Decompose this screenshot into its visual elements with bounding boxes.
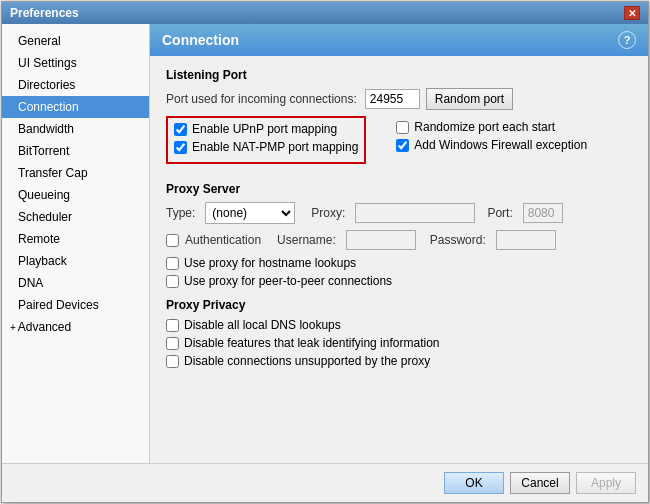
- upnp-label: Enable UPnP port mapping: [192, 122, 337, 136]
- dns-row: Disable all local DNS lookups: [166, 318, 632, 332]
- upnp-row: Enable UPnP port mapping: [174, 122, 358, 136]
- random-port-button[interactable]: Random port: [426, 88, 513, 110]
- proxy-privacy-title: Proxy Privacy: [166, 298, 632, 312]
- nat-row: Enable NAT-PMP port mapping: [174, 140, 358, 154]
- sidebar-item-advanced[interactable]: +Advanced: [2, 316, 149, 339]
- dialog-footer: OK Cancel Apply: [2, 463, 648, 502]
- proxy-host-label: Proxy:: [311, 206, 345, 220]
- dialog-content: GeneralUI SettingsDirectoriesConnectionB…: [2, 24, 648, 463]
- firewall-label: Add Windows Firewall exception: [414, 138, 587, 152]
- preferences-dialog: Preferences ✕ GeneralUI SettingsDirector…: [1, 1, 649, 503]
- proxy-privacy-section: Proxy Privacy Disable all local DNS look…: [166, 298, 632, 368]
- sidebar-item-remote[interactable]: Remote: [2, 228, 149, 250]
- sidebar-item-general[interactable]: General: [2, 30, 149, 52]
- username-input[interactable]: [346, 230, 416, 250]
- leak-row: Disable features that leak identifying i…: [166, 336, 632, 350]
- sidebar-item-directories[interactable]: Directories: [2, 74, 149, 96]
- dns-label: Disable all local DNS lookups: [184, 318, 341, 332]
- sidebar-item-paired-devices[interactable]: Paired Devices: [2, 294, 149, 316]
- auth-checkbox[interactable]: [166, 234, 179, 247]
- main-panel: Connection ? Listening Port Port used fo…: [150, 24, 648, 463]
- port-mapping-highlighted: Enable UPnP port mapping Enable NAT-PMP …: [166, 116, 366, 164]
- proxy-server-section: Proxy Server Type: (none) HTTP SOCKS4 SO…: [166, 182, 632, 288]
- proxy-port-input[interactable]: [523, 203, 563, 223]
- unsupported-label: Disable connections unsupported by the p…: [184, 354, 430, 368]
- cancel-button[interactable]: Cancel: [510, 472, 570, 494]
- proxy-host-input[interactable]: [355, 203, 475, 223]
- hostname-row: Use proxy for hostname lookups: [166, 256, 632, 270]
- sidebar-item-playback[interactable]: Playback: [2, 250, 149, 272]
- panel-header: Connection ?: [150, 24, 648, 56]
- title-bar: Preferences ✕: [2, 2, 648, 24]
- nat-label: Enable NAT-PMP port mapping: [192, 140, 358, 154]
- apply-button[interactable]: Apply: [576, 472, 636, 494]
- unsupported-row: Disable connections unsupported by the p…: [166, 354, 632, 368]
- proxy-type-label: Type:: [166, 206, 195, 220]
- ok-button[interactable]: OK: [444, 472, 504, 494]
- listening-port-section: Listening Port Port used for incoming co…: [166, 68, 632, 172]
- firewall-checkbox[interactable]: [396, 139, 409, 152]
- sidebar-item-transfer-cap[interactable]: Transfer Cap: [2, 162, 149, 184]
- port-input[interactable]: [365, 89, 420, 109]
- proxy-port-label: Port:: [487, 206, 512, 220]
- auth-label: Authentication: [185, 233, 261, 247]
- hostname-label: Use proxy for hostname lookups: [184, 256, 356, 270]
- proxy-type-select[interactable]: (none) HTTP SOCKS4 SOCKS5: [205, 202, 295, 224]
- panel-title: Connection: [162, 32, 239, 48]
- randomize-checkbox[interactable]: [396, 121, 409, 134]
- listening-port-title: Listening Port: [166, 68, 632, 82]
- password-input[interactable]: [496, 230, 556, 250]
- sidebar: GeneralUI SettingsDirectoriesConnectionB…: [2, 24, 150, 463]
- leak-checkbox[interactable]: [166, 337, 179, 350]
- proxy-type-row: Type: (none) HTTP SOCKS4 SOCKS5 Proxy: P…: [166, 202, 632, 224]
- port-row: Port used for incoming connections: Rand…: [166, 88, 632, 110]
- nat-checkbox[interactable]: [174, 141, 187, 154]
- proxy-server-title: Proxy Server: [166, 182, 632, 196]
- randomize-label: Randomize port each start: [414, 120, 555, 134]
- dialog-title: Preferences: [10, 6, 79, 20]
- firewall-row: Add Windows Firewall exception: [396, 138, 587, 152]
- help-icon[interactable]: ?: [618, 31, 636, 49]
- sidebar-item-connection[interactable]: Connection: [2, 96, 149, 118]
- port-extra-options: Randomize port each start Add Windows Fi…: [396, 120, 587, 156]
- hostname-checkbox[interactable]: [166, 257, 179, 270]
- port-label: Port used for incoming connections:: [166, 92, 357, 106]
- auth-row: Authentication Username: Password:: [166, 230, 632, 250]
- sidebar-item-bandwidth[interactable]: Bandwidth: [2, 118, 149, 140]
- randomize-row: Randomize port each start: [396, 120, 587, 134]
- username-label: Username:: [277, 233, 336, 247]
- upnp-checkbox[interactable]: [174, 123, 187, 136]
- sidebar-item-dna[interactable]: DNA: [2, 272, 149, 294]
- dns-checkbox[interactable]: [166, 319, 179, 332]
- password-label: Password:: [430, 233, 486, 247]
- sidebar-item-scheduler[interactable]: Scheduler: [2, 206, 149, 228]
- leak-label: Disable features that leak identifying i…: [184, 336, 439, 350]
- close-button[interactable]: ✕: [624, 6, 640, 20]
- p2p-checkbox[interactable]: [166, 275, 179, 288]
- p2p-label: Use proxy for peer-to-peer connections: [184, 274, 392, 288]
- sidebar-item-queueing[interactable]: Queueing: [2, 184, 149, 206]
- p2p-row: Use proxy for peer-to-peer connections: [166, 274, 632, 288]
- unsupported-checkbox[interactable]: [166, 355, 179, 368]
- sidebar-item-ui-settings[interactable]: UI Settings: [2, 52, 149, 74]
- sidebar-item-bittorrent[interactable]: BitTorrent: [2, 140, 149, 162]
